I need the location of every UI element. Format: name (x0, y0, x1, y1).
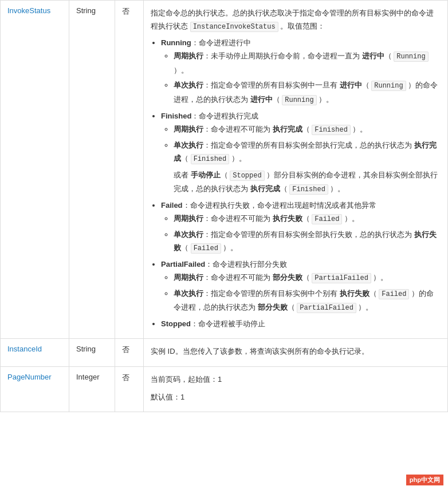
param-name-invoke-status[interactable]: InvokeStatus (1, 1, 69, 339)
param-name-page-number[interactable]: PageNumber (1, 366, 69, 412)
list-item-running: Running：命令进程进行中 周期执行：未手动停止周期执行命令前，命令进程一直… (161, 36, 441, 107)
table-row-page-number: PageNumber Integer 否 当前页码，起始值：1 默认值：1 (1, 366, 448, 412)
instance-id-description: 实例 ID。当您传入了该参数，将查询该实例所有的命令执行记录。 (151, 345, 441, 358)
sub-item: 周期执行：命令进程不可能为 执行失败（ Failed ）。 (174, 212, 441, 226)
table-row-instance-id: InstanceId String 否 实例 ID。当您传入了该参数，将查询该实… (1, 339, 448, 366)
param-desc-invoke-status: 指定命令总的执行状态。总的执行状态取决于指定命令管理的所有目标实例中的命令进程执… (144, 1, 448, 339)
page-number-line-1: 当前页码，起始值：1 (151, 373, 441, 386)
sub-item: 周期执行：命令进程不可能为 部分失败（ PartialFailed ）。 (174, 271, 441, 285)
invoke-status-description: 指定命令总的执行状态。总的执行状态取决于指定命令管理的所有目标实例中的命令进程执… (151, 6, 441, 330)
sub-item: 周期执行：命令进程不可能为 执行完成（ Finished ）。 (174, 122, 441, 137)
param-req-instance-id: 否 (115, 339, 144, 366)
param-req-page-number: 否 (115, 366, 144, 412)
param-desc-page-number: 当前页码，起始值：1 默认值：1 (144, 366, 448, 412)
code-instance-invoke-status: InstanceInvokeStatus (190, 22, 278, 32)
partial-failed-sub-list: 周期执行：命令进程不可能为 部分失败（ PartialFailed ）。 单次执… (174, 271, 441, 315)
page-number-description: 当前页码，起始值：1 默认值：1 (151, 373, 441, 404)
sub-item: 单次执行：指定命令管理的所有目标实例全部执行失败，总的执行状态为 执行失败（ F… (174, 228, 441, 255)
instance-id-text: 实例 ID。当您传入了该参数，将查询该实例所有的命令执行记录。 (151, 345, 441, 358)
table-row: InvokeStatus String 否 指定命令总的执行状态。总的执行状态取… (1, 1, 448, 339)
finished-sub-list: 周期执行：命令进程不可能为 执行完成（ Finished ）。 单次执行：指定命… (174, 122, 441, 196)
param-req-invoke-status: 否 (115, 1, 144, 339)
param-type-invoke-status: String (69, 1, 115, 339)
sub-item: 单次执行：指定命令管理的所有目标实例全部执行完成，总的执行状态为 执行完成（ F… (174, 139, 441, 196)
desc-intro: 指定命令总的执行状态。总的执行状态取决于指定命令管理的所有目标实例中的命令进程执… (151, 6, 441, 34)
list-item-failed: Failed：命令进程执行失败，命令进程出现超时情况或者其他异常 周期执行：命令… (161, 199, 441, 255)
list-item-stopped: Stopped：命令进程被手动停止 (161, 317, 441, 330)
param-desc-instance-id: 实例 ID。当您传入了该参数，将查询该实例所有的命令执行记录。 (144, 339, 448, 366)
param-type-page-number: Integer (69, 366, 115, 412)
page-number-line-2: 默认值：1 (151, 390, 441, 404)
failed-sub-list: 周期执行：命令进程不可能为 执行失败（ Failed ）。 单次执行：指定命令管… (174, 212, 441, 255)
running-sub-list: 周期执行：未手动停止周期执行命令前，命令进程一直为 进行中（ Running ）… (174, 49, 441, 106)
param-name-instance-id[interactable]: InstanceId (1, 339, 69, 366)
sub-item: 单次执行：指定命令管理的所有目标实例中一旦有 进行中（ Running ）的命令… (174, 78, 441, 106)
sub-item: 周期执行：未手动停止周期执行命令前，命令进程一直为 进行中（ Running ）… (174, 49, 441, 77)
list-item-partial-failed: PartialFailed：命令进程执行部分失败 周期执行：命令进程不可能为 部… (161, 258, 441, 315)
param-type-instance-id: String (69, 339, 115, 366)
list-item-finished: Finished：命令进程执行完成 周期执行：命令进程不可能为 执行完成（ Fi… (161, 109, 441, 196)
status-list: Running：命令进程进行中 周期执行：未手动停止周期执行命令前，命令进程一直… (161, 36, 441, 330)
api-params-table: InvokeStatus String 否 指定命令总的执行状态。总的执行状态取… (0, 0, 448, 412)
sub-item: 单次执行：指定命令管理的所有目标实例中个别有 执行失败（ Failed ）的命令… (174, 287, 441, 315)
